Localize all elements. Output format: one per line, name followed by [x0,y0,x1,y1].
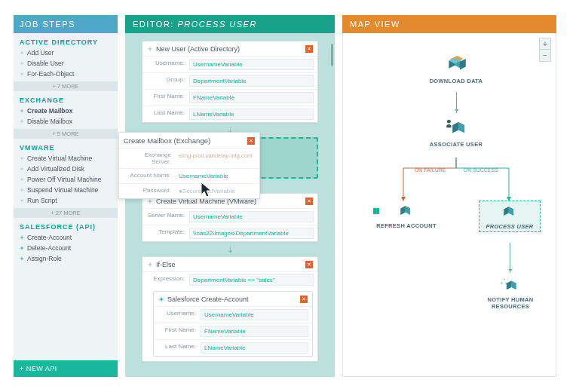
branch-label-succ: ON SUCCESS [464,167,498,173]
step-runscript[interactable]: Run Script [20,195,112,206]
field-value[interactable]: \\nas22\images\DepartmentVariable [189,228,314,239]
step-label: Assign-Role [27,255,62,262]
step-delete-account[interactable]: Delete-Account [20,243,112,253]
editor-header-value: PROCESS USER [177,20,256,29]
card-sf-create[interactable]: Salesforce Create-Account ✕ Username:Use… [153,291,313,357]
more-ad[interactable]: + 7 MORE [14,81,118,91]
field-label: Password: [119,184,176,198]
section-title: VMWARE [20,142,112,153]
star-icon [20,61,24,66]
mapview-panel: MAP VIEW + − DOWNLOAD DATA ASSOCIATE USE… [342,15,556,377]
zoom-control: + − [539,38,551,62]
field-value[interactable]: UsernameVariable [189,211,314,222]
star-icon [20,256,24,261]
star-icon [20,188,24,192]
recycle-cube-icon [501,277,520,294]
field-value[interactable]: LNameVariable [201,342,308,354]
field-value[interactable]: DepartmentVariable == "sales" [189,274,314,286]
star-icon [147,46,153,52]
step-poweroff-vm[interactable]: Power Off Virtual Machine [20,174,112,185]
zoom-in-button[interactable]: + [540,38,550,50]
field-value[interactable]: FNameVariable [201,326,308,337]
node-label: PROCESS USER [486,223,533,230]
mapview-body[interactable]: + − DOWNLOAD DATA ASSOCIATE USER ON FAIL… [342,33,556,377]
node-associate[interactable]: ASSOCIATE USER [426,118,486,148]
arrow-down-icon: ⇣ [142,245,318,255]
step-disable-mailbox[interactable]: Disable Mailbox [20,116,112,127]
node-process-user[interactable]: PROCESS USER [479,201,541,232]
card-title: Salesforce Create-Account [167,296,297,303]
card-create-mailbox-floating[interactable]: Create Mailbox (Exchange) ✕ Exchange Ser… [118,132,260,199]
flow-arrow [510,243,510,273]
star-icon [20,156,24,161]
node-label: DOWNLOAD DATA [430,78,483,84]
field-value[interactable]: DepartmentVariable [189,75,314,87]
node-notify[interactable]: NOTIFY HUMAN RESOURCES [479,277,542,310]
step-label: Create-Account [27,234,72,241]
field-value[interactable]: UsernameVariable [189,59,314,70]
section-exchange: EXCHANGE Create Mailbox Disable Mailbox … [14,91,118,139]
field-value[interactable]: UsernameVariable [176,171,256,181]
step-disable-user[interactable]: Disable User [20,58,112,69]
field-value[interactable]: UsernameVariable [201,309,308,320]
star-icon [20,235,24,240]
card-vmware[interactable]: Create Virtual Machine (VMware) ✕ Server… [142,193,318,242]
field-value[interactable]: exng-prod.vandelay-mfg.com [176,151,256,166]
step-label: Delete-Account [27,244,71,252]
step-label: For-Each-Object [27,70,74,78]
close-icon[interactable]: ✕ [305,198,313,205]
close-icon[interactable]: ✕ [300,296,308,303]
node-download[interactable]: DOWNLOAD DATA [426,54,486,84]
star-icon [20,198,24,203]
node-label: ASSOCIATE USER [430,141,482,148]
node-refresh[interactable]: REFRESH ACCOUNT [376,204,437,229]
close-icon[interactable]: ✕ [305,45,313,53]
field-label: Last Name: [154,340,201,356]
jobsteps-panel: JOB STEPS ACTIVE DIRECTORY Add User Disa… [14,15,118,377]
scrollbar[interactable] [331,44,333,66]
section-title: SALESFORCE (API) [20,221,112,232]
data-cube-icon [444,54,468,75]
editor-body: New User (Active Directory) ✕ Username:U… [125,33,335,377]
more-vmware[interactable]: + 27 MORE [14,208,118,218]
step-label: Suspend Virtual Machine [27,186,98,194]
star-icon [20,177,24,182]
field-value[interactable]: FNameVariable [189,92,314,103]
card-ifelse[interactable]: If-Else ✕ Expression:DepartmentVariable … [142,256,318,362]
field-label: Expression: [142,272,189,288]
step-create-mailbox[interactable]: Create Mailbox [20,106,112,116]
more-exchange[interactable]: + 5 MORE [14,129,118,139]
card-title: Create Mailbox (Exchange) [124,136,244,145]
zoom-out-button[interactable]: − [540,50,550,61]
branch-label-fail: ON FAILURE [415,167,446,173]
field-label: Username: [142,57,189,72]
step-create-account[interactable]: Create-Account [20,232,112,243]
step-label: Create Virtual Machine [27,155,92,162]
step-add-user[interactable]: Add User [20,47,112,58]
section-title: ACTIVE DIRECTORY [20,36,112,47]
field-label: Server Name: [142,209,189,225]
step-add-disk[interactable]: Add Virtualized Disk [20,164,112,174]
step-label: Create Mailbox [27,107,72,115]
section-active-directory: ACTIVE DIRECTORY Add User Disable User F… [14,33,118,91]
step-assign-role[interactable]: Assign-Role [20,253,112,264]
step-create-vm[interactable]: Create Virtual Machine [20,153,112,164]
cursor-icon [200,181,215,199]
section-title: EXCHANGE [20,94,112,106]
field-value[interactable]: ●SecurePwdVariable [176,186,256,196]
field-label: Username: [154,307,201,323]
new-api-button[interactable]: + NEW API [14,360,118,377]
field-label: Template: [142,225,189,241]
close-icon[interactable]: ✕ [305,261,313,268]
step-foreach[interactable]: For-Each-Object [20,69,112,79]
step-suspend-vm[interactable]: Suspend Virtual Machine [20,185,112,195]
card-new-user[interactable]: New User (Active Directory) ✕ Username:U… [142,41,318,123]
step-label: Disable User [27,60,64,67]
step-label: Add User [27,49,54,57]
svg-point-0 [447,120,451,124]
close-icon[interactable]: ✕ [247,137,255,145]
jobsteps-header: JOB STEPS [14,15,118,33]
user-cube-icon [444,118,468,139]
field-value[interactable]: LNameVariable [189,109,314,120]
field-label: Exchange Server: [119,149,176,168]
